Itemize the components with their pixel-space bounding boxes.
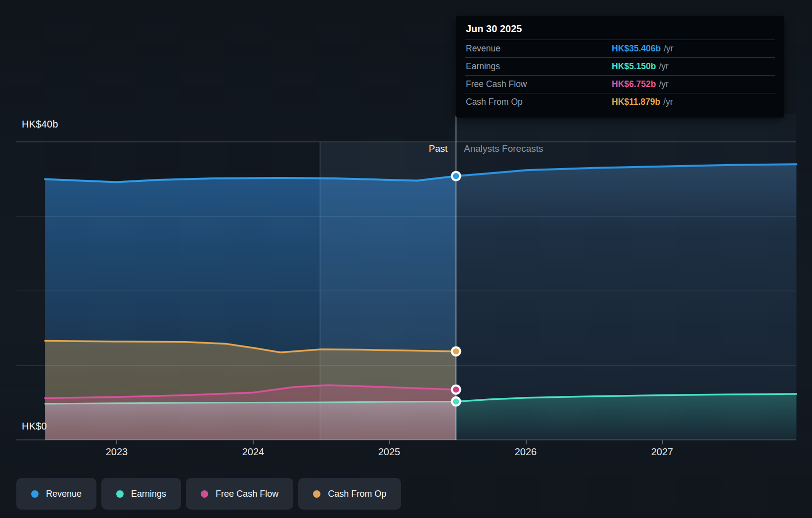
past-label: Past [349,143,448,154]
y-axis-label-40b: HK$40b [22,119,58,130]
legend-pill-revenue[interactable]: Revenue [16,478,96,510]
earnings-dot-icon [116,490,124,498]
analysts-forecasts-label: Analysts Forecasts [464,143,543,154]
legend-pill-cash-from-op[interactable]: Cash From Op [298,478,401,510]
free-cash-flow-dot-icon [201,490,208,498]
free-cash-flow-value: HK$6.752b [612,79,656,89]
revenue-dot-icon [31,490,39,498]
cash-from-op-value: HK$11.879b [612,97,660,107]
x-tick-2025: 2025 [355,446,424,458]
cash-from-op-dot-icon [313,490,320,498]
legend: Revenue Earnings Free Cash Flow Cash Fro… [16,478,401,510]
tooltip-row-earnings: Earnings HK$5.150b/yr [465,57,775,75]
revenue-value: HK$35.406b [612,43,661,53]
tooltip-row-revenue: Revenue HK$35.406b/yr [465,40,775,57]
tooltip-row-cash-from-op: Cash From Op HK$11.879b/yr [465,93,775,111]
tooltip-row-free-cash-flow: Free Cash Flow HK$6.752b/yr [465,75,775,93]
legend-pill-free-cash-flow[interactable]: Free Cash Flow [186,478,293,510]
earnings-revenue-growth-chart: HK$40b HK$0 Past Analysts Forecasts 2023… [0,0,812,518]
earnings-value: HK$5.150b [612,61,656,71]
x-tick-2027: 2027 [628,446,697,458]
tooltip: Jun 30 2025 Revenue HK$35.406b/yr Earnin… [456,16,784,118]
legend-pill-earnings[interactable]: Earnings [101,478,181,510]
x-tick-2024: 2024 [219,446,288,458]
y-axis-label-0: HK$0 [22,421,47,432]
x-tick-2026: 2026 [491,446,560,458]
x-tick-2023: 2023 [82,446,151,458]
tooltip-date: Jun 30 2025 [465,22,775,40]
